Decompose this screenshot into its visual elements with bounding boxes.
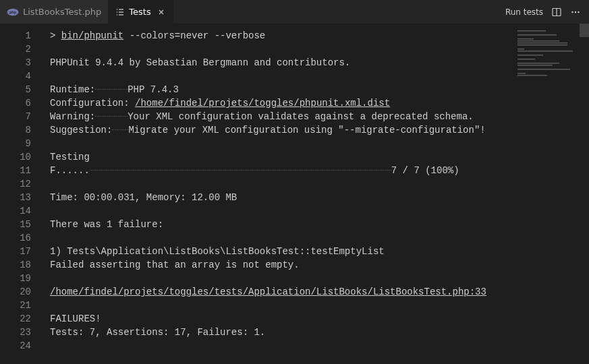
code-line: Suggestion:Migrate your XML configuratio…	[50, 123, 512, 137]
svg-rect-24	[517, 59, 535, 60]
stats-line: Tests: 7, Assertions: 17, Failures: 1.	[50, 327, 265, 338]
line-number: 21	[0, 299, 42, 312]
code-line: F......7 / 7 (100%)	[50, 164, 512, 177]
svg-rect-20	[517, 44, 567, 46]
line-number: 18	[0, 258, 42, 272]
editor-window: php ListBooksTest.php Tests Run tests	[0, 0, 589, 364]
editor-main-row: 123456789101112131415161718192021222324 …	[0, 24, 589, 364]
line-number: 20	[0, 285, 42, 299]
phpunit-bin-link: bin/phpunit	[61, 30, 123, 41]
code-line	[50, 231, 512, 245]
svg-rect-16	[517, 34, 557, 36]
failure-message: Failed asserting that an array is not em…	[50, 260, 300, 270]
code-line	[50, 137, 512, 150]
whitespace-guide	[95, 89, 128, 90]
line-number: 17	[0, 245, 42, 258]
svg-point-14	[578, 11, 579, 12]
close-icon[interactable]	[157, 7, 166, 17]
svg-rect-29	[517, 75, 547, 76]
svg-rect-23	[517, 55, 543, 56]
tab-label: Tests	[129, 7, 150, 17]
line-number: 6	[0, 96, 42, 110]
code-line	[50, 177, 512, 191]
failure-file-link: /home/findel/projets/toggles/tests/Appli…	[50, 286, 486, 297]
svg-rect-22	[517, 51, 573, 52]
code-line	[50, 204, 512, 218]
line-number: 4	[0, 69, 42, 83]
tab-bar: php ListBooksTest.php Tests Run tests	[0, 0, 589, 24]
svg-point-12	[571, 11, 573, 12]
code-line: FAILURES!	[50, 312, 512, 326]
progress-summary: 7 / 7 (100%)	[391, 165, 459, 176]
code-line: Warning:Your XML configuration validates…	[50, 110, 512, 123]
line-number: 14	[0, 204, 42, 218]
warning-text: Your XML configuration validates against…	[128, 111, 473, 122]
minimap[interactable]	[512, 24, 580, 364]
config-path-link: /home/findel/projets/toggles/phpunit.xml…	[135, 98, 390, 109]
tab-label: ListBooksTest.php	[23, 7, 101, 17]
code-line	[50, 42, 512, 56]
line-number: 19	[0, 272, 42, 285]
line-number: 10	[0, 150, 42, 164]
line-number: 11	[0, 164, 42, 177]
code-line: Testing	[50, 150, 512, 164]
svg-rect-25	[517, 63, 559, 64]
svg-rect-15	[517, 30, 546, 32]
code-line: Configuration: /home/findel/projets/togg…	[50, 96, 512, 110]
whitespace-guide	[112, 129, 128, 130]
svg-text:php: php	[9, 10, 17, 14]
code-line: There was 1 failure:	[50, 218, 512, 231]
line-number: 23	[0, 326, 42, 339]
code-line: Tests: 7, Assertions: 17, Failures: 1.	[50, 326, 512, 339]
line-number: 3	[0, 56, 42, 69]
failures-label: FAILURES!	[50, 313, 101, 324]
code-line: 1) Tests\Application\ListBooks\ListBooks…	[50, 245, 512, 258]
svg-rect-21	[517, 49, 524, 50]
svg-rect-19	[517, 42, 567, 44]
line-number: 22	[0, 312, 42, 326]
svg-rect-28	[517, 73, 526, 74]
tab-tests[interactable]: Tests	[109, 0, 173, 24]
line-number: 13	[0, 191, 42, 204]
line-number: 7	[0, 110, 42, 123]
line-number: 24	[0, 339, 42, 353]
line-number: 8	[0, 123, 42, 137]
svg-rect-17	[517, 38, 534, 40]
svg-point-13	[575, 11, 576, 12]
code-line: Failed asserting that an array is not em…	[50, 258, 512, 272]
code-content[interactable]: > bin/phpunit --colors=never --verbosePH…	[42, 24, 512, 364]
vertical-scrollbar[interactable]	[580, 24, 589, 364]
code-line: > bin/phpunit --colors=never --verbose	[50, 29, 512, 42]
testing-label: Testing	[50, 152, 90, 162]
whitespace-guide	[90, 170, 391, 171]
svg-rect-27	[517, 69, 570, 70]
code-line	[50, 272, 512, 285]
svg-rect-18	[517, 40, 559, 42]
progress-dots: F......	[50, 165, 90, 176]
phpunit-version-line: PHPUnit 9.4.4 by Sebastian Bergmann and …	[50, 57, 350, 68]
list-icon	[115, 7, 125, 17]
line-number: 12	[0, 177, 42, 191]
svg-rect-26	[517, 65, 553, 66]
code-line	[50, 339, 512, 353]
editor-area: 123456789101112131415161718192021222324 …	[0, 24, 512, 364]
code-line: /home/findel/projets/toggles/tests/Appli…	[50, 285, 512, 299]
line-number: 5	[0, 83, 42, 96]
runtime-value: PHP 7.4.3	[128, 84, 179, 95]
scrollbar-thumb[interactable]	[580, 24, 589, 37]
tab-listbookstest[interactable]: php ListBooksTest.php	[0, 0, 109, 24]
code-line: PHPUnit 9.4.4 by Sebastian Bergmann and …	[50, 56, 512, 69]
time-memory: Time: 00:00.031, Memory: 12.00 MB	[50, 192, 237, 203]
split-editor-icon[interactable]	[551, 7, 562, 18]
line-number: 1	[0, 29, 42, 42]
line-number: 2	[0, 42, 42, 56]
suggestion-text: Migrate your XML configuration using "--…	[128, 125, 485, 135]
code-line: Time: 00:00.031, Memory: 12.00 MB	[50, 191, 512, 204]
php-file-icon: php	[7, 8, 19, 16]
more-actions-icon[interactable]	[570, 7, 581, 18]
line-number: 9	[0, 137, 42, 150]
line-number: 15	[0, 218, 42, 231]
run-tests-button[interactable]: Run tests	[505, 7, 543, 17]
line-number: 16	[0, 231, 42, 245]
line-number-gutter: 123456789101112131415161718192021222324	[0, 24, 42, 364]
